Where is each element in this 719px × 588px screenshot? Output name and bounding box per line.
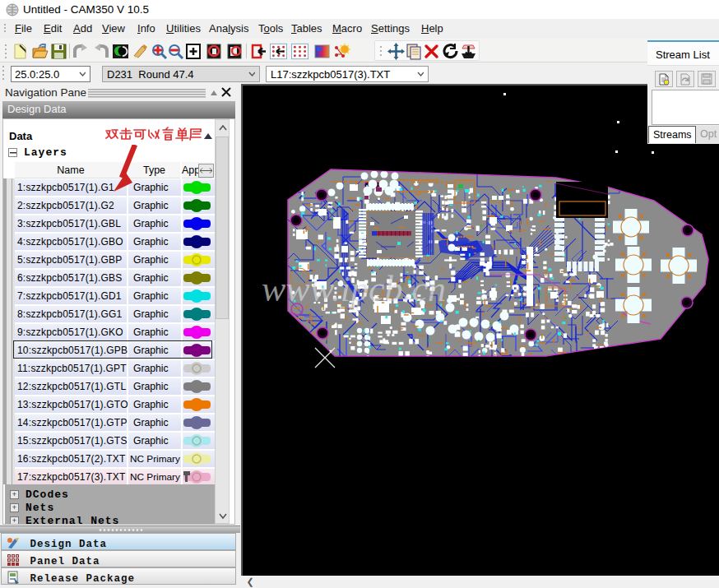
svg-text:www.ipcb.cn: www.ipcb.cn: [262, 269, 446, 309]
